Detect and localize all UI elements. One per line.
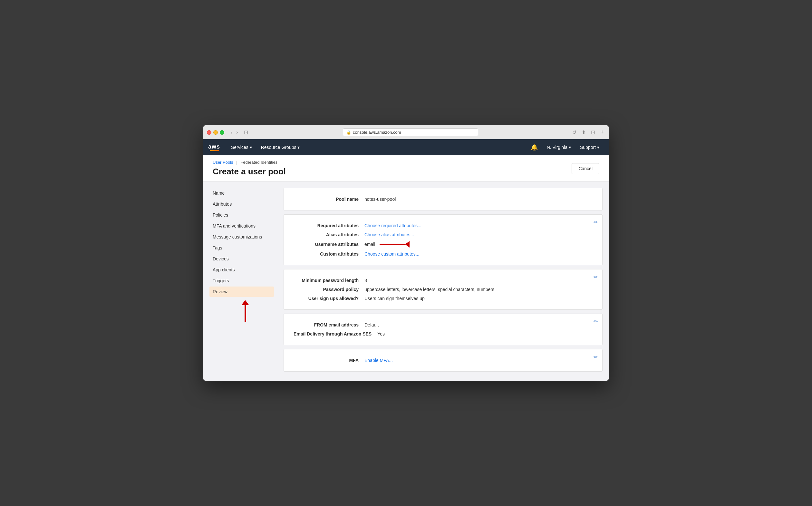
breadcrumb: User Pools | Federated Identities bbox=[213, 160, 286, 165]
sidebar-item-triggers[interactable]: Triggers bbox=[209, 275, 274, 286]
aws-logo-text: aws bbox=[208, 144, 220, 150]
alias-attributes-link[interactable]: Choose alias attributes... bbox=[364, 232, 414, 237]
url-text: console.aws.amazon.com bbox=[353, 130, 401, 135]
maximize-button[interactable] bbox=[220, 130, 224, 135]
mfa-link[interactable]: Enable MFA... bbox=[364, 358, 393, 363]
sidebar-item-message-label: Message customizations bbox=[213, 234, 262, 240]
minimize-button[interactable] bbox=[213, 130, 218, 135]
password-card: ✏ Minimum password length 8 Password pol… bbox=[284, 269, 603, 310]
services-chevron-icon: ▾ bbox=[250, 145, 252, 150]
pool-name-value: notes-user-pool bbox=[364, 196, 396, 202]
email-delivery-row: Email Delivery through Amazon SES Yes bbox=[293, 329, 593, 338]
reload-button[interactable]: ↺ bbox=[571, 129, 578, 136]
support-label: Support bbox=[580, 145, 596, 150]
from-email-value: Default bbox=[364, 322, 379, 327]
red-arrow-up-annotation bbox=[216, 300, 274, 322]
sidebar-item-tags-label: Tags bbox=[213, 245, 222, 250]
custom-attributes-link[interactable]: Choose custom attributes... bbox=[364, 251, 419, 257]
resource-groups-chevron-icon: ▾ bbox=[297, 145, 300, 150]
aws-logo[interactable]: aws bbox=[208, 144, 220, 151]
traffic-lights bbox=[207, 130, 224, 135]
sidebar-item-review-label: Review bbox=[213, 289, 228, 294]
sidebar-item-devices[interactable]: Devices bbox=[209, 254, 274, 264]
share-button[interactable]: ⬆ bbox=[580, 129, 587, 136]
close-button[interactable] bbox=[207, 130, 211, 135]
custom-attributes-row: Custom attributes Choose custom attribut… bbox=[293, 249, 593, 258]
forward-button[interactable]: › bbox=[235, 129, 239, 136]
browser-chrome: ‹ › ⊡ 🔒 console.aws.amazon.com ↺ ⬆ ⊡ + bbox=[203, 125, 609, 139]
pool-name-row: Pool name notes-user-pool bbox=[293, 195, 593, 204]
lock-icon: 🔒 bbox=[346, 130, 351, 135]
sidebar-item-name-label: Name bbox=[213, 190, 224, 196]
min-length-row: Minimum password length 8 bbox=[293, 276, 593, 285]
page-header: User Pools | Federated Identities Create… bbox=[203, 155, 609, 181]
sidebar-item-attributes[interactable]: Attributes bbox=[209, 199, 274, 209]
nav-right: 🔔 N. Virginia ▾ Support ▾ bbox=[526, 139, 604, 155]
sidebar-item-devices-label: Devices bbox=[213, 256, 229, 261]
min-length-value: 8 bbox=[364, 278, 367, 283]
support-nav-item[interactable]: Support ▾ bbox=[575, 139, 604, 155]
pool-name-card: Pool name notes-user-pool bbox=[284, 188, 603, 210]
required-attributes-label: Required attributes bbox=[293, 223, 364, 228]
custom-attributes-label: Custom attributes bbox=[293, 251, 364, 257]
sidebar-item-message[interactable]: Message customizations bbox=[209, 232, 274, 242]
browser-window: ‹ › ⊡ 🔒 console.aws.amazon.com ↺ ⬆ ⊡ + a… bbox=[203, 125, 609, 381]
url-input[interactable]: 🔒 console.aws.amazon.com bbox=[343, 128, 478, 136]
email-card: ✏ FROM email address Default Email Deliv… bbox=[284, 314, 603, 345]
nav-buttons: ‹ › bbox=[230, 129, 240, 136]
services-label: Services bbox=[231, 145, 249, 150]
username-value-container: email bbox=[364, 241, 410, 248]
username-attributes-row: Username attributes email bbox=[293, 239, 593, 249]
back-button[interactable]: ‹ bbox=[230, 129, 234, 136]
federated-identities-link: Federated Identities bbox=[240, 160, 277, 165]
red-arrow-right-annotation bbox=[380, 241, 410, 248]
sidebar: Name Attributes Policies MFA and verific… bbox=[203, 188, 280, 322]
sidebar-item-app-clients-label: App clients bbox=[213, 267, 235, 272]
main-content: Pool name notes-user-pool ✏ Required att… bbox=[280, 188, 609, 371]
region-nav-item[interactable]: N. Virginia ▾ bbox=[542, 139, 575, 155]
mfa-card: ✏ MFA Enable MFA... bbox=[284, 349, 603, 371]
username-attributes-value: email bbox=[364, 242, 375, 247]
required-attributes-link[interactable]: Choose required attributes... bbox=[364, 223, 422, 228]
resource-groups-label: Resource Groups bbox=[261, 145, 296, 150]
sidebar-item-attributes-label: Attributes bbox=[213, 201, 232, 206]
breadcrumb-separator: | bbox=[236, 160, 237, 165]
new-tab-button[interactable]: ⊡ bbox=[590, 129, 597, 136]
username-attributes-label: Username attributes bbox=[293, 242, 364, 247]
sidebar-item-triggers-label: Triggers bbox=[213, 278, 229, 283]
page-content: User Pools | Federated Identities Create… bbox=[203, 155, 609, 381]
mfa-edit-icon[interactable]: ✏ bbox=[594, 354, 598, 360]
support-chevron-icon: ▾ bbox=[597, 145, 599, 150]
attributes-edit-icon[interactable]: ✏ bbox=[594, 219, 598, 225]
sidebar-item-policies[interactable]: Policies bbox=[209, 210, 274, 220]
sidebar-item-mfa[interactable]: MFA and verifications bbox=[209, 221, 274, 231]
password-policy-label: Password policy bbox=[293, 287, 364, 292]
user-pools-link[interactable]: User Pools bbox=[213, 160, 233, 165]
from-email-row: FROM email address Default bbox=[293, 320, 593, 329]
signups-label: User sign ups allowed? bbox=[293, 296, 364, 301]
sidebar-item-name[interactable]: Name bbox=[209, 188, 274, 198]
mfa-row: MFA Enable MFA... bbox=[293, 356, 593, 365]
password-policy-value: uppercase letters, lowercase letters, sp… bbox=[364, 287, 494, 292]
sidebar-item-tags[interactable]: Tags bbox=[209, 243, 274, 253]
required-attributes-row: Required attributes Choose required attr… bbox=[293, 221, 593, 230]
signups-value: Users can sign themselves up bbox=[364, 296, 425, 301]
attributes-card: ✏ Required attributes Choose required at… bbox=[284, 214, 603, 265]
pool-name-label: Pool name bbox=[293, 196, 364, 202]
resource-groups-nav-item[interactable]: Resource Groups ▾ bbox=[257, 139, 304, 155]
bell-icon: 🔔 bbox=[531, 144, 538, 151]
cancel-button[interactable]: Cancel bbox=[572, 163, 599, 174]
signups-row: User sign ups allowed? Users can sign th… bbox=[293, 294, 593, 303]
sidebar-item-app-clients[interactable]: App clients bbox=[209, 265, 274, 275]
sidebar-item-review[interactable]: Review bbox=[209, 286, 274, 297]
email-edit-icon[interactable]: ✏ bbox=[594, 319, 598, 325]
aws-logo-bar bbox=[210, 150, 219, 151]
password-edit-icon[interactable]: ✏ bbox=[594, 274, 598, 280]
address-bar: 🔒 console.aws.amazon.com bbox=[253, 128, 569, 136]
services-nav-item[interactable]: Services ▾ bbox=[227, 139, 257, 155]
region-label: N. Virginia bbox=[547, 145, 567, 150]
add-tab-button[interactable]: + bbox=[599, 128, 605, 136]
aws-navbar: aws Services ▾ Resource Groups ▾ 🔔 N. Vi… bbox=[203, 139, 609, 155]
tab-view-button[interactable]: ⊡ bbox=[242, 129, 250, 136]
bell-nav-item[interactable]: 🔔 bbox=[526, 139, 542, 155]
